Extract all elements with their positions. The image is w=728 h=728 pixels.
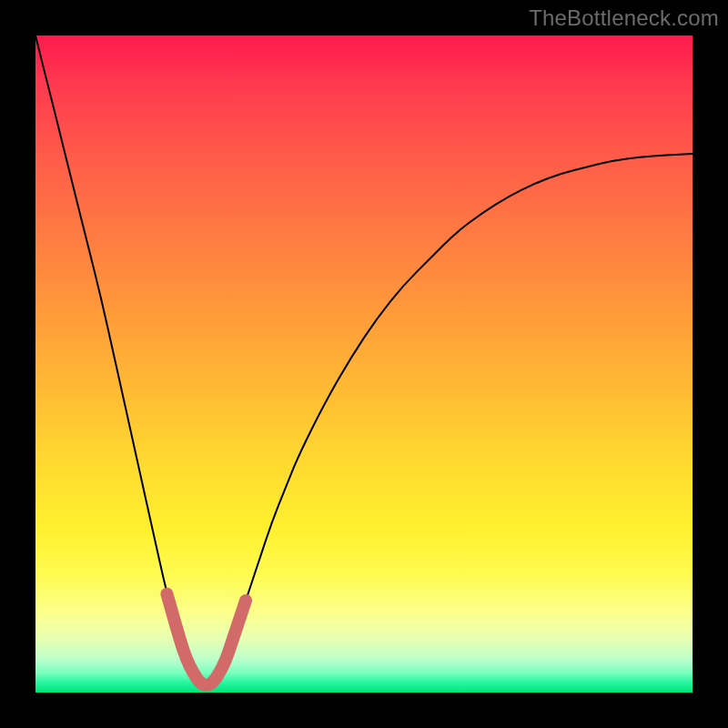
plot-area [35,35,693,693]
chart-stage: TheBottleneck.com [0,0,728,728]
bottleneck-curve [35,35,693,685]
watermark-text: TheBottleneck.com [529,5,719,31]
curve-layer [35,35,693,693]
bottleneck-curve-emphasis [167,594,246,685]
